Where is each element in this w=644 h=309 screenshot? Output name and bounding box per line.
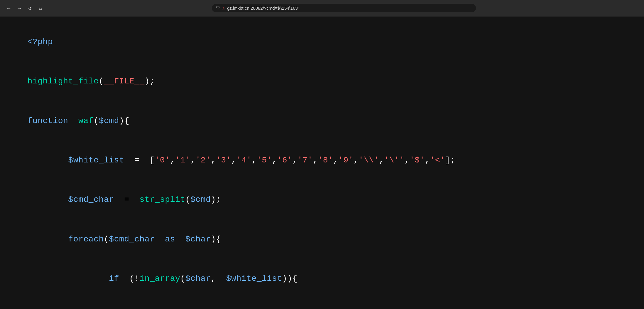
cmd-char-var: $cmd_char xyxy=(68,195,114,204)
waf-funcname: waf xyxy=(78,116,94,125)
php-open-tag: <?php xyxy=(27,37,53,46)
white-list-var: $white_list xyxy=(68,156,124,165)
reload-button[interactable]: ↺ xyxy=(26,4,34,12)
str-split-func: str_split xyxy=(139,195,185,204)
code-line-2: highlight_file(__FILE__); xyxy=(7,62,637,101)
url-text: gz.imxbt.cn:20082/?cmd=$'\154\163' xyxy=(227,6,299,11)
forward-button[interactable]: → xyxy=(15,4,23,12)
code-line-4: $white_list = ['0','1','2','3','4','5','… xyxy=(7,141,637,180)
nav-buttons: ← → ↺ ⌂ xyxy=(5,4,45,12)
code-line-3: function waf($cmd){ xyxy=(7,101,637,141)
cmd-param: $cmd xyxy=(99,116,119,125)
char-var: $char xyxy=(185,235,211,244)
back-button[interactable]: ← xyxy=(5,4,13,12)
warning-icon: ⚠ xyxy=(222,6,225,11)
code-line-6: foreach($cmd_char as $char){ xyxy=(7,220,637,259)
address-bar[interactable]: 🛡 ⚠ gz.imxbt.cn:20082/?cmd=$'\154\163' xyxy=(212,4,476,12)
code-area: <?php highlight_file(__FILE__); function… xyxy=(0,16,644,309)
as-keyword: as xyxy=(165,235,175,244)
if-keyword: if xyxy=(109,274,119,283)
file-const: __FILE__ xyxy=(104,77,145,86)
code-line-1: <?php xyxy=(7,22,637,62)
function-keyword: function xyxy=(27,116,68,125)
code-line-5: $cmd_char = str_split($cmd); xyxy=(7,180,637,220)
code-line-8: die("really ez?"); xyxy=(7,299,637,309)
in-array-func: in_array xyxy=(139,274,180,283)
home-button[interactable]: ⌂ xyxy=(36,4,45,12)
foreach-keyword: foreach xyxy=(68,235,104,244)
highlight-func: highlight_file xyxy=(27,77,99,86)
code-line-7: if (!in_array($char, $white_list)){ xyxy=(7,259,637,298)
browser-chrome: ← → ↺ ⌂ 🛡 ⚠ gz.imxbt.cn:20082/?cmd=$'\15… xyxy=(0,0,644,16)
shield-icon: 🛡 xyxy=(216,6,220,11)
